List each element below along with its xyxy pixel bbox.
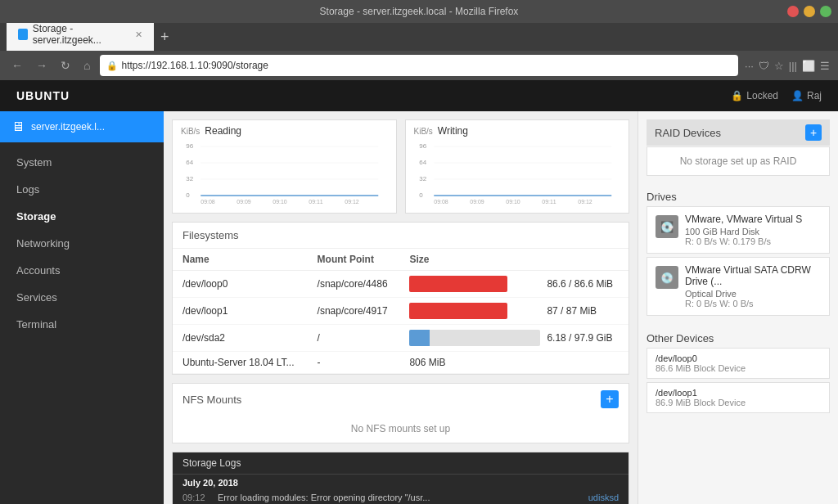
list-item[interactable]: 💿 VMware Virtual SATA CDRW Drive (... Op… — [647, 257, 830, 316]
list-item: 09:12 Error loading modules: Error openi… — [173, 491, 628, 504]
browser-addressbar: ← → ↻ ⌂ 🔒 https://192.168.1.10:9090/stor… — [0, 51, 838, 80]
svg-text:96: 96 — [419, 142, 426, 150]
other-device-sub: 86.9 MiB Block Device — [656, 398, 821, 407]
reading-chart-unit: KiB/s — [181, 127, 200, 136]
sidebar-nav: System Logs Storage Networking Accounts … — [0, 142, 164, 344]
add-nfs-button[interactable]: + — [601, 390, 619, 408]
sidebar-item-networking[interactable]: Networking — [0, 230, 164, 257]
sidebar-item-storage[interactable]: Storage — [0, 203, 164, 230]
active-browser-tab[interactable]: Storage - server.itzgeek... ✕ — [7, 18, 154, 51]
tab-favicon — [18, 29, 28, 40]
svg-text:64: 64 — [186, 159, 193, 166]
browser-window-controls — [787, 6, 831, 17]
other-devices-title: Other Devices — [647, 326, 830, 348]
sidebar-item-accounts[interactable]: Accounts — [0, 257, 164, 284]
sidebar-server-label: server.itzgeek.l... — [31, 121, 105, 133]
fs-name: /dev/sda2 — [173, 325, 308, 352]
table-row[interactable]: Ubuntu-Server 18.04 LT... - 806 MiB — [173, 352, 628, 374]
svg-text:64: 64 — [419, 159, 426, 166]
forward-button[interactable]: → — [33, 57, 51, 74]
back-button[interactable]: ← — [8, 57, 26, 74]
svg-text:09:10: 09:10 — [273, 199, 287, 205]
drive-stats: R: 0 B/s W: 0.179 B/s — [685, 236, 802, 246]
size-bar-red — [409, 303, 507, 319]
reading-chart-box: KiB/s Reading 96 64 32 0 09:08 09:09 09:… — [172, 119, 397, 214]
fs-size: 87 / 87 MiB — [399, 298, 628, 325]
list-item[interactable]: /dev/loop0 86.6 MiB Block Device — [647, 348, 830, 379]
table-row[interactable]: /dev/loop0 /snap/core/4486 86.6 / 86.6 M… — [173, 271, 628, 298]
new-tab-button[interactable]: + — [154, 29, 176, 44]
drive-icon: 💽 — [656, 215, 678, 238]
reading-chart-label: Reading — [205, 125, 241, 137]
svg-text:09:12: 09:12 — [345, 199, 359, 205]
sidebar: 🖥 server.itzgeek.l... System Logs Storag… — [0, 111, 164, 504]
tab-close-icon[interactable]: ✕ — [135, 29, 142, 40]
raid-empty-msg: No storage set up as RAID — [647, 146, 830, 176]
col-mount: Mount Point — [308, 249, 400, 271]
logs-header: Storage Logs — [173, 452, 628, 475]
tab-view-icon[interactable]: ⬜ — [802, 60, 815, 72]
other-devices-section: Other Devices /dev/loop0 86.6 MiB Block … — [647, 326, 830, 413]
table-row[interactable]: /dev/loop1 /snap/core/4917 87 / 87 MiB — [173, 298, 628, 325]
sidebar-item-services[interactable]: Services — [0, 284, 164, 311]
user-icon: 👤 — [791, 90, 804, 101]
star-icon[interactable]: ☆ — [774, 60, 784, 72]
writing-chart-unit: KiB/s — [414, 127, 433, 136]
lock-status-icon: 🔒 — [731, 90, 743, 101]
raid-header: RAID Devices + — [647, 119, 830, 146]
tab-label: Storage - server.itzgeek... — [33, 23, 127, 46]
storage-logs-section: Storage Logs July 20, 2018 09:12 Error l… — [172, 452, 629, 504]
list-item[interactable]: /dev/loop1 86.9 MiB Block Device — [647, 382, 830, 413]
drive-stats: R: 0 B/s W: 0 B/s — [685, 299, 821, 308]
table-row[interactable]: /dev/sda2 / 6.18 / 97.9 GiB — [173, 325, 628, 352]
nfs-header-label: NFS Mounts — [182, 394, 241, 406]
bookmark-icon[interactable]: ··· — [745, 60, 754, 72]
charts-row: KiB/s Reading 96 64 32 0 09:08 09:09 09:… — [172, 119, 629, 214]
right-panel: RAID Devices + No storage set up as RAID… — [638, 111, 838, 504]
sidebar-item-system[interactable]: System — [0, 149, 164, 176]
nfs-empty-msg: No NFS mounts set up — [173, 415, 628, 443]
svg-text:09:08: 09:08 — [200, 199, 215, 205]
filesystems-section: Filesystems Name Mount Point Size /dev/l… — [172, 222, 629, 375]
fs-name: /dev/loop0 — [173, 271, 308, 298]
drives-section: Drives 💽 VMware, VMware Virtual S 100 Gi… — [647, 186, 830, 316]
sidebar-item-terminal[interactable]: Terminal — [0, 311, 164, 338]
main-content: KiB/s Reading 96 64 32 0 09:08 09:09 09:… — [164, 111, 638, 504]
close-icon[interactable] — [787, 6, 799, 17]
writing-chart-label: Writing — [438, 125, 468, 137]
svg-text:0: 0 — [186, 191, 190, 199]
home-button[interactable]: ⌂ — [80, 57, 93, 74]
refresh-button[interactable]: ↻ — [57, 57, 74, 74]
writing-chart-svg: 96 64 32 0 09:08 09:09 09:10 09:11 09:12 — [414, 140, 621, 205]
svg-text:09:12: 09:12 — [578, 199, 592, 205]
writing-chart-box: KiB/s Writing 96 64 32 0 09:08 09:09 09:… — [405, 119, 630, 214]
address-text: https://192.168.1.10:9090/storage — [121, 60, 268, 71]
nfs-mounts-section: NFS Mounts + No NFS mounts set up — [172, 383, 629, 443]
drive-sub: Optical Drive — [685, 289, 821, 299]
address-bar[interactable]: 🔒 https://192.168.1.10:9090/storage — [100, 55, 738, 76]
fs-mount: / — [308, 325, 400, 352]
fs-size: 806 MiB — [399, 352, 628, 374]
topbar-user[interactable]: 👤 Raj — [791, 90, 822, 101]
filesystems-table: Name Mount Point Size /dev/loop0 /snap/c… — [173, 249, 628, 374]
list-item[interactable]: 💽 VMware, VMware Virtual S 100 GiB Hard … — [647, 206, 830, 254]
svg-text:09:11: 09:11 — [309, 199, 323, 205]
svg-text:09:11: 09:11 — [542, 199, 556, 205]
drives-title: Drives — [647, 186, 830, 206]
minimize-icon[interactable] — [804, 6, 815, 17]
browser-title: Storage - server.itzgeek.local - Mozilla… — [320, 6, 519, 17]
fs-size: 86.6 / 86.6 MiB — [399, 271, 628, 298]
add-raid-button[interactable]: + — [805, 124, 822, 141]
reading-chart-svg: 96 64 32 0 09:08 09:09 09:10 09:11 09:12 — [181, 140, 388, 205]
sidebar-server[interactable]: 🖥 server.itzgeek.l... — [0, 111, 164, 142]
menu-icon[interactable]: ☰ — [820, 60, 830, 72]
bookmarks-icon[interactable]: ||| — [789, 60, 797, 72]
topbar-locked[interactable]: 🔒 Locked — [731, 90, 778, 101]
fs-name: /dev/loop1 — [173, 298, 308, 325]
drive-name: VMware, VMware Virtual S — [685, 214, 802, 225]
raid-section: RAID Devices + No storage set up as RAID — [647, 119, 830, 176]
maximize-icon[interactable] — [820, 6, 831, 17]
log-date: July 20, 2018 — [173, 475, 628, 491]
fs-mount: /snap/core/4486 — [308, 271, 400, 298]
sidebar-item-logs[interactable]: Logs — [0, 176, 164, 203]
